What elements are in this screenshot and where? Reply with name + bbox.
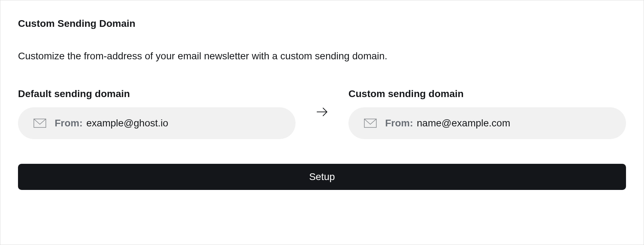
default-from-value: example@ghost.io: [86, 118, 168, 129]
custom-domain-column: Custom sending domain From: name@example…: [348, 88, 626, 139]
custom-domain-label: Custom sending domain: [348, 88, 626, 100]
envelope-icon: [34, 119, 46, 128]
setup-button[interactable]: Setup: [18, 164, 626, 190]
arrow-right-icon: [316, 106, 328, 118]
arrow-separator: [296, 88, 348, 118]
custom-domain-pill: From: name@example.com: [348, 107, 626, 139]
custom-from-label: From:: [385, 118, 413, 129]
default-domain-label: Default sending domain: [18, 88, 296, 100]
custom-from-value: name@example.com: [417, 118, 510, 129]
default-domain-pill: From: example@ghost.io: [18, 107, 296, 139]
panel-description: Customize the from-address of your email…: [18, 50, 626, 62]
envelope-icon: [364, 119, 377, 128]
panel-title: Custom Sending Domain: [18, 18, 626, 29]
default-from-label: From:: [55, 118, 83, 129]
custom-sending-domain-panel: Custom Sending Domain Customize the from…: [0, 0, 644, 245]
default-domain-column: Default sending domain From: example@gho…: [18, 88, 296, 139]
domain-columns: Default sending domain From: example@gho…: [18, 88, 626, 139]
